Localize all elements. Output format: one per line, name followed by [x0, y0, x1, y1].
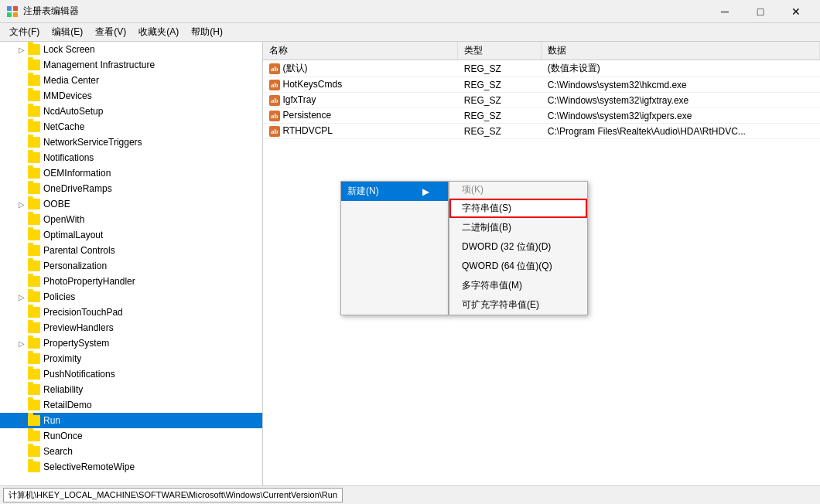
tree-toggle-icon[interactable] [15, 182, 28, 195]
tree-item[interactable]: OneDriveRamps [0, 181, 262, 196]
submenu-item[interactable]: 字符串值(S) [449, 199, 587, 218]
tree-item[interactable]: NcdAutoSetup [0, 104, 262, 119]
tree-toggle-icon[interactable] [15, 461, 28, 473]
tree-toggle-icon[interactable]: ▷ [15, 291, 28, 303]
tree-toggle-icon[interactable] [15, 383, 28, 396]
folder-icon [28, 199, 40, 209]
tree-item[interactable]: NetCache [0, 119, 262, 135]
tree-item[interactable]: Management Infrastructure [0, 57, 262, 73]
table-row[interactable]: abIgfxTrayREG_SZC:\Windows\system32\igfx… [263, 93, 820, 108]
tree-item[interactable]: ▷OOBE [0, 196, 262, 212]
folder-icon [28, 245, 40, 256]
folder-icon [28, 400, 40, 410]
tree-item-label: PrecisionTouchPad [43, 307, 123, 318]
tree-item[interactable]: Personalization [0, 258, 262, 274]
submenu-item[interactable]: QWORD (64 位值)(Q) [449, 257, 587, 276]
cell-name: ab(默认) [263, 60, 458, 77]
tree-toggle-icon[interactable] [15, 229, 28, 241]
tree-item[interactable]: Parental Controls [0, 243, 262, 258]
ab-icon: ab [269, 80, 280, 90]
minimize-button[interactable]: ─ [707, 0, 743, 23]
main-content: ▷Lock ScreenManagement InfrastructureMed… [0, 42, 820, 485]
tree-toggle-icon[interactable] [15, 244, 28, 257]
submenu-item[interactable]: 二进制值(B) [449, 218, 587, 237]
table-row[interactable]: abRTHDVCPLREG_SZC:\Program Files\Realtek… [263, 124, 820, 139]
tree-toggle-icon[interactable] [15, 399, 28, 411]
tree-item[interactable]: OpenWith [0, 212, 262, 227]
menu-bar: 文件(F)编辑(E)查看(V)收藏夹(A)帮助(H) [0, 23, 820, 42]
title-bar: 注册表编辑器 ─ □ ✕ [0, 0, 820, 23]
submenu-item-top: 项(K) [449, 182, 587, 199]
folder-icon [28, 415, 40, 426]
submenu-item[interactable]: DWORD (32 位值)(D) [449, 237, 587, 257]
status-path: 计算机\HKEY_LOCAL_MACHINE\SOFTWARE\Microsof… [3, 488, 343, 502]
cell-data: C:\Windows\system32\igfxtray.exe [542, 93, 820, 108]
table-row[interactable]: ab(默认)REG_SZ(数值未设置) [263, 60, 820, 77]
menu-item-编辑(E)[interactable]: 编辑(E) [46, 24, 89, 40]
folder-icon [28, 230, 40, 240]
tree-item[interactable]: Proximity [0, 351, 262, 366]
table-row[interactable]: abHotKeysCmdsREG_SZC:\Windows\system32\h… [263, 77, 820, 93]
tree-toggle-icon[interactable] [15, 105, 28, 117]
tree-item-label: RetailDemo [43, 400, 92, 410]
tree-toggle-icon[interactable] [15, 152, 28, 164]
tree-toggle-icon[interactable]: ▽ [15, 414, 28, 427]
tree-toggle-icon[interactable] [15, 59, 28, 71]
tree-item[interactable]: Media Center [0, 73, 262, 88]
tree-item-label: Reliability [43, 384, 83, 395]
col-name: 名称 [263, 42, 458, 60]
tree-toggle-icon[interactable] [15, 275, 28, 288]
tree-item[interactable]: Notifications [0, 150, 262, 165]
tree-toggle-icon[interactable] [15, 213, 28, 226]
tree-item[interactable]: RetailDemo [0, 397, 262, 413]
tree-item-label: PreviewHandlers [43, 322, 114, 333]
tree-toggle-icon[interactable] [15, 352, 28, 365]
submenu-item[interactable]: 可扩充字符串值(E) [449, 295, 587, 315]
tree-item-label: NetworkServiceTriggers [43, 137, 142, 148]
tree-toggle-icon[interactable] [15, 306, 28, 318]
tree-item[interactable]: PushNotifications [0, 366, 262, 382]
folder-icon [28, 276, 40, 287]
tree-item[interactable]: ▷Lock Screen [0, 42, 262, 57]
tree-item[interactable]: NetworkServiceTriggers [0, 135, 262, 150]
tree-toggle-icon[interactable] [15, 445, 28, 458]
tree-item[interactable]: PhotoPropertyHandler [0, 274, 262, 289]
tree-item[interactable]: ▷PropertySystem [0, 335, 262, 351]
tree-item[interactable]: ▽Run [0, 413, 262, 428]
tree-item-label: PropertySystem [43, 338, 109, 349]
tree-item[interactable]: Search [0, 444, 262, 459]
tree-toggle-icon[interactable] [15, 368, 28, 380]
tree-item[interactable]: SelectiveRemoteWipe [0, 459, 262, 475]
menu-item-查看(V)[interactable]: 查看(V) [89, 24, 132, 40]
tree-item[interactable]: PreviewHandlers [0, 320, 262, 335]
tree-item[interactable]: OEMInformation [0, 165, 262, 181]
tree-toggle-icon[interactable] [15, 90, 28, 102]
registry-tree: ▷Lock ScreenManagement InfrastructureMed… [0, 42, 263, 485]
menu-item-收藏夹(A)[interactable]: 收藏夹(A) [132, 24, 185, 40]
tree-toggle-icon[interactable] [15, 322, 28, 334]
cell-data: C:\Windows\system32\igfxpers.exe [542, 108, 820, 124]
tree-toggle-icon[interactable] [15, 260, 28, 272]
close-button[interactable]: ✕ [778, 0, 814, 23]
tree-item[interactable]: ▷Policies [0, 289, 262, 305]
tree-item[interactable]: OptimalLayout [0, 227, 262, 243]
menu-item-文件(F)[interactable]: 文件(F) [3, 24, 46, 40]
menu-item-帮助(H)[interactable]: 帮助(H) [185, 24, 229, 40]
tree-toggle-icon[interactable] [15, 167, 28, 179]
tree-toggle-icon[interactable]: ▷ [15, 43, 28, 56]
tree-toggle-icon[interactable] [15, 121, 28, 133]
tree-item[interactable]: PrecisionTouchPad [0, 305, 262, 320]
tree-item-label: Notifications [43, 152, 94, 163]
context-menu-new[interactable]: 新建(N) ▶ [341, 182, 448, 201]
table-row[interactable]: abPersistenceREG_SZC:\Windows\system32\i… [263, 108, 820, 124]
tree-toggle-icon[interactable] [15, 136, 28, 148]
tree-item[interactable]: RunOnce [0, 428, 262, 444]
maximize-button[interactable]: □ [743, 0, 778, 23]
tree-toggle-icon[interactable]: ▷ [15, 198, 28, 210]
tree-toggle-icon[interactable] [15, 74, 28, 87]
tree-item[interactable]: MMDevices [0, 88, 262, 104]
tree-toggle-icon[interactable]: ▷ [15, 337, 28, 349]
submenu-item[interactable]: 多字符串值(M) [449, 276, 587, 295]
tree-toggle-icon[interactable] [15, 430, 28, 442]
tree-item[interactable]: Reliability [0, 382, 262, 397]
